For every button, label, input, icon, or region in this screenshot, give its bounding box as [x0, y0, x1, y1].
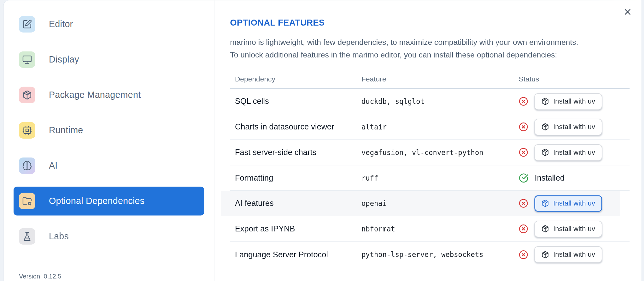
sidebar-item-editor[interactable]: Editor	[14, 10, 204, 39]
dependency-cell: AI features	[230, 199, 361, 208]
table-row: AI features openai Install with uv	[230, 191, 629, 216]
table-row: Formatting ruff Installed	[230, 165, 629, 191]
install-with-uv-button[interactable]: Install with uv	[534, 221, 602, 237]
status-cell: Install with uv	[519, 221, 630, 237]
sidebar-item-label: Runtime	[49, 125, 83, 136]
page-description: marimo is lightweight, with few dependen…	[230, 36, 629, 61]
column-header-dependency: Dependency	[230, 75, 361, 83]
circle-x-icon	[519, 199, 528, 208]
flask-icon	[19, 228, 35, 245]
settings-dialog: Editor Display	[3, 0, 642, 281]
column-header-feature: Feature	[361, 75, 519, 83]
installed-label: Installed	[535, 173, 565, 182]
close-icon	[623, 7, 632, 18]
install-with-uv-button[interactable]: Install with uv	[534, 144, 602, 160]
brain-icon	[19, 158, 35, 174]
sidebar-item-display[interactable]: Display	[14, 45, 204, 74]
sidebar: Editor Display	[4, 0, 214, 281]
sidebar-item-label: Display	[49, 54, 79, 65]
circle-x-icon	[519, 97, 528, 106]
dependency-cell: Language Server Protocol	[230, 250, 361, 259]
status-cell: Installed	[519, 173, 630, 183]
sidebar-item-runtime[interactable]: Runtime	[14, 116, 204, 145]
install-button-label: Install with uv	[553, 123, 595, 131]
feature-cell: duckdb, sqlglot	[361, 97, 519, 105]
install-button-label: Install with uv	[553, 199, 595, 207]
install-with-uv-button[interactable]: Install with uv	[534, 119, 602, 135]
circle-x-icon	[519, 250, 528, 259]
feature-cell: ruff	[361, 174, 519, 182]
sidebar-item-ai[interactable]: AI	[14, 151, 204, 180]
table-row: Language Server Protocol python-lsp-serv…	[230, 242, 629, 267]
sidebar-item-package-management[interactable]: Package Management	[14, 81, 204, 109]
page-description-line-2: To unlock additional features in the mar…	[230, 49, 629, 61]
sidebar-nav: Editor Display	[4, 0, 214, 251]
package-icon	[541, 200, 549, 207]
screen: Editor Display	[0, 0, 644, 281]
install-with-uv-button[interactable]: Install with uv	[534, 246, 602, 263]
sidebar-item-optional-dependencies[interactable]: Optional Dependencies	[14, 187, 204, 215]
sidebar-item-label: Editor	[49, 19, 73, 30]
circle-x-icon	[519, 224, 528, 234]
feature-cell: altair	[361, 123, 519, 131]
column-header-status: Status	[519, 75, 630, 83]
table-row: Export as IPYNB nbformat Install with uv	[230, 216, 629, 242]
folder-cog-icon	[19, 193, 35, 209]
sidebar-item-label: Labs	[49, 231, 69, 242]
package-icon	[541, 148, 549, 156]
install-button-label: Install with uv	[553, 250, 595, 259]
install-button-label: Install with uv	[553, 225, 595, 233]
page-title: OPTIONAL FEATURES	[230, 18, 629, 27]
table-row: Charts in datasource viewer altair Insta…	[230, 114, 629, 140]
dependency-cell: Charts in datasource viewer	[230, 122, 361, 132]
feature-cell: vegafusion, vl-convert-python	[361, 148, 519, 156]
circle-x-icon	[519, 148, 528, 157]
sidebar-item-label: Optional Dependencies	[49, 196, 144, 206]
version-label: Version: 0.12.5	[4, 272, 214, 281]
feature-cell: openai	[361, 199, 519, 207]
package-icon	[19, 87, 35, 103]
page-description-line-1: marimo is lightweight, with few dependen…	[230, 36, 629, 48]
install-button-label: Install with uv	[553, 97, 595, 105]
circle-check-icon	[519, 173, 529, 183]
package-icon	[541, 251, 549, 259]
install-with-uv-button[interactable]: Install with uv	[534, 93, 602, 110]
install-with-uv-button[interactable]: Install with uv	[534, 195, 602, 212]
status-cell: Install with uv	[519, 195, 630, 212]
status-cell: Install with uv	[519, 144, 630, 160]
cpu-icon	[19, 122, 35, 139]
feature-cell: python-lsp-server, websockets	[361, 250, 519, 259]
features-table: Dependency Feature Status SQL cells duck…	[230, 70, 629, 267]
package-icon	[541, 225, 549, 233]
feature-cell: nbformat	[361, 225, 519, 233]
close-button[interactable]	[621, 6, 634, 19]
dependency-cell: SQL cells	[230, 97, 361, 106]
sidebar-item-labs[interactable]: Labs	[14, 222, 204, 251]
pencil-square-icon	[19, 16, 35, 33]
table-row: SQL cells duckdb, sqlglot Install with u…	[230, 89, 629, 114]
circle-x-icon	[519, 122, 528, 132]
package-icon	[541, 123, 549, 131]
sidebar-item-label: AI	[49, 160, 58, 171]
status-cell: Install with uv	[519, 246, 630, 263]
monitor-icon	[19, 51, 35, 68]
status-cell: Install with uv	[519, 93, 630, 110]
dependency-cell: Export as IPYNB	[230, 224, 361, 234]
status-cell: Install with uv	[519, 119, 630, 135]
optional-features-panel: OPTIONAL FEATURES marimo is lightweight,…	[214, 0, 644, 281]
install-button-label: Install with uv	[553, 148, 595, 156]
sidebar-item-label: Package Management	[49, 90, 141, 100]
package-icon	[541, 98, 549, 105]
table-row: Fast server-side charts vegafusion, vl-c…	[230, 140, 629, 165]
dependency-cell: Formatting	[230, 173, 361, 182]
table-header: Dependency Feature Status	[230, 70, 629, 89]
dependency-cell: Fast server-side charts	[230, 148, 361, 157]
